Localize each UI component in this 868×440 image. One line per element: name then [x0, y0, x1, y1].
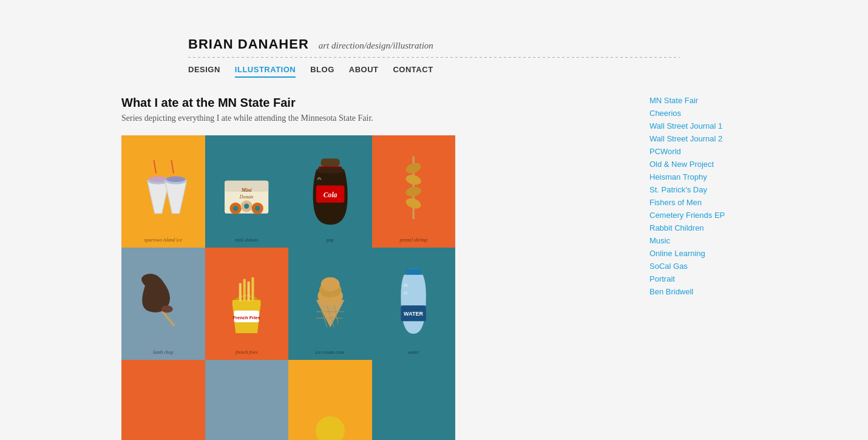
tile-smoothie: sparrows island ice — [121, 135, 205, 248]
svg-text:Mini: Mini — [241, 187, 252, 193]
nav-contact[interactable]: CONTACT — [393, 65, 433, 78]
tile-label-donuts: mini donuts — [235, 237, 258, 243]
svg-text:Cola: Cola — [323, 191, 337, 199]
header: BRIAN DANAHER art direction/design/illus… — [182, 0, 686, 78]
sidebar-link-12[interactable]: Online Learning — [649, 249, 747, 258]
svg-point-29 — [161, 305, 172, 313]
page-title: What I ate at the MN State Fair — [121, 96, 613, 110]
nav-design[interactable]: DESIGN — [188, 65, 220, 78]
svg-point-26 — [405, 186, 422, 198]
sidebar-link-9[interactable]: Cemetery Friends EP — [649, 211, 747, 220]
sidebar-links: MN State FairCheeriosWall Street Journal… — [649, 96, 747, 296]
sidebar-link-6[interactable]: Heisman Trophy — [649, 172, 747, 181]
svg-rect-36 — [252, 277, 254, 302]
tile-label-turkey: lamb chop — [153, 350, 174, 355]
sidebar: MN State FairCheeriosWall Street Journal… — [649, 96, 747, 440]
sidebar-link-4[interactable]: PCWorld — [649, 147, 747, 156]
icecream-illustration — [301, 265, 359, 344]
turkey-illustration — [134, 265, 192, 344]
smoothie-illustration — [134, 152, 192, 231]
tile-label-cola: pop — [327, 237, 334, 243]
nav-blog[interactable]: BLOG — [310, 65, 334, 78]
svg-point-45 — [320, 277, 339, 291]
water-illustration: WATER — [384, 265, 442, 344]
svg-text:Donuts: Donuts — [239, 194, 254, 199]
svg-marker-4 — [164, 180, 186, 213]
illustration-grid: sparrows island ice Mini Donuts — [121, 135, 455, 440]
tile-shrimp: pretzel shrimp — [372, 135, 456, 248]
site-tagline: art direction/design/illustration — [319, 41, 433, 51]
svg-point-6 — [166, 176, 185, 182]
tile-bottom4 — [372, 360, 456, 440]
svg-text:French Fries: French Fries — [233, 314, 260, 320]
sidebar-link-8[interactable]: Fishers of Men — [649, 198, 747, 207]
tile-water: WATER water — [372, 248, 456, 360]
sidebar-link-15[interactable]: Ben Bridwell — [649, 287, 747, 296]
shrimp-illustration — [384, 152, 442, 231]
tile-donuts: Mini Donuts mini donuts — [205, 135, 289, 248]
cola-illustration: Cola — [301, 152, 359, 231]
tile-label-icecream: ice cream cone — [316, 350, 345, 355]
tile-icecream: ice cream cone — [288, 248, 372, 360]
tile-cola: Cola pop — [288, 135, 372, 248]
tile-bottom2 — [205, 360, 289, 440]
svg-rect-30 — [232, 300, 261, 306]
sidebar-link-11[interactable]: Music — [649, 236, 747, 245]
main-content: What I ate at the MN State Fair Series d… — [115, 96, 753, 440]
tile-turkey: lamb chop — [121, 248, 205, 360]
sidebar-link-5[interactable]: Old & New Project — [649, 160, 747, 169]
svg-point-20 — [316, 167, 344, 173]
sidebar-link-2[interactable]: Wall Street Journal 1 — [649, 121, 747, 130]
svg-point-15 — [244, 203, 249, 208]
tile-label-smoothie: sparrows island ice — [144, 237, 182, 243]
tile-bottom1 — [121, 360, 205, 440]
sidebar-link-3[interactable]: Wall Street Journal 2 — [649, 134, 747, 143]
svg-point-50 — [316, 416, 345, 441]
sidebar-link-10[interactable]: Rabbit Children — [649, 223, 747, 232]
svg-line-7 — [171, 160, 174, 174]
fries-illustration: French Fries — [217, 265, 276, 344]
sidebar-link-7[interactable]: St. Patrick's Day — [649, 185, 747, 194]
tile-label-shrimp: pretzel shrimp — [399, 237, 427, 243]
svg-point-13 — [233, 206, 238, 211]
main-nav: DESIGN ILLUSTRATION BLOG ABOUT CONTACT — [182, 58, 686, 78]
nav-illustration[interactable]: ILLUSTRATION — [235, 65, 296, 78]
svg-text:WATER: WATER — [404, 311, 423, 317]
svg-point-25 — [405, 173, 422, 186]
sidebar-link-13[interactable]: SoCal Gas — [649, 262, 747, 271]
site-title-row: BRIAN DANAHER art direction/design/illus… — [182, 36, 686, 52]
page-wrapper: BRIAN DANAHER art direction/design/illus… — [0, 0, 868, 440]
svg-rect-33 — [239, 283, 242, 301]
svg-rect-18 — [320, 158, 339, 166]
bottom3-illustration — [301, 377, 359, 440]
svg-rect-49 — [407, 268, 421, 274]
tile-fries: French Fries french fries — [205, 248, 289, 360]
svg-rect-34 — [243, 279, 246, 301]
sidebar-link-0[interactable]: MN State Fair — [649, 96, 747, 105]
nav-about[interactable]: ABOUT — [349, 65, 379, 78]
tile-bottom3 — [288, 360, 372, 440]
svg-line-3 — [154, 160, 156, 174]
page-description: Series depicting everything I ate while … — [121, 113, 613, 123]
svg-rect-35 — [248, 281, 250, 301]
sidebar-link-1[interactable]: Cheerios — [649, 109, 747, 118]
tile-label-water: water — [408, 350, 419, 355]
content-left: What I ate at the MN State Fair Series d… — [121, 96, 613, 440]
donuts-illustration: Mini Donuts — [217, 152, 276, 231]
sidebar-link-14[interactable]: Portrait — [649, 274, 747, 283]
tile-label-fries: french fries — [236, 350, 257, 355]
site-name: BRIAN DANAHER — [188, 36, 309, 52]
svg-point-17 — [255, 206, 260, 211]
